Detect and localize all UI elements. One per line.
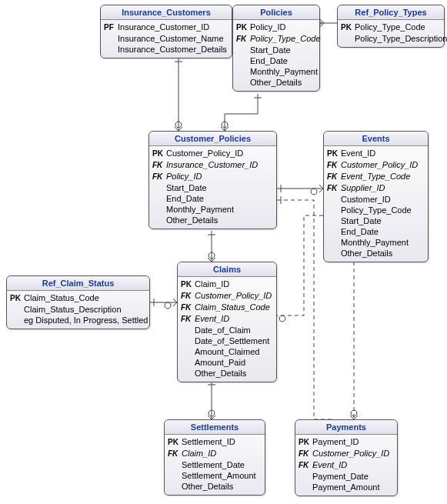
- entity-ref-policy-types: Ref_Policy_Types PKPolicy_Type_Code Poli…: [337, 5, 445, 48]
- table-row: Start_Date: [236, 45, 316, 55]
- table-row: FKCustomer_Policy_ID: [327, 159, 425, 171]
- table-row: FKCustomer_Policy_ID: [181, 290, 273, 302]
- entity-body: PKEvent_ID FKCustomer_Policy_ID FKEvent_…: [324, 146, 428, 262]
- entity-body: PKSettlement_ID FKClaim_ID Settlement_Da…: [165, 435, 265, 495]
- entity-body: PKPolicy_Type_Code Policy_Type_Descripti…: [338, 20, 444, 47]
- table-row: Other_Details: [181, 368, 273, 379]
- table-row: FKEvent_ID: [181, 313, 273, 325]
- entity-insurance-customers: Insurance_Customers PFInsurance_Customer…: [100, 5, 232, 58]
- table-row: Settlement_Amount: [168, 470, 262, 481]
- table-row: End_Date: [236, 55, 316, 66]
- table-row: FKCustomer_Policy_ID: [299, 448, 394, 459]
- table-row: Other_Details: [152, 215, 273, 225]
- table-row: Other_Details: [236, 77, 316, 88]
- entity-body: PKCustomer_Policy_ID FKInsurance_Custome…: [149, 146, 276, 229]
- entity-title: Ref_Policy_Types: [338, 5, 444, 20]
- table-row: End_Date: [327, 226, 425, 237]
- entity-payments: Payments PKPayment_ID FKCustomer_Policy_…: [295, 419, 398, 496]
- entity-settlements: Settlements PKSettlement_ID FKClaim_ID S…: [164, 419, 265, 496]
- table-row: FKPolicy_ID: [152, 171, 273, 182]
- table-row: Date_of_Claim: [181, 325, 273, 335]
- table-row: Amount_Claimed: [181, 346, 273, 357]
- table-row: Payment_Date: [299, 471, 394, 482]
- table-row: PKClaim_Status_Code: [10, 292, 146, 304]
- entity-title: Events: [324, 132, 428, 146]
- entity-body: PKPolicy_ID FKPolicy_Type_Code Start_Dat…: [233, 20, 319, 91]
- entity-title: Policies: [233, 5, 319, 20]
- table-row: PKPolicy_ID: [236, 22, 316, 33]
- table-row: FKEvent_Type_Code: [327, 171, 425, 182]
- table-row: PKClaim_ID: [181, 279, 273, 290]
- table-row: FKPolicy_Type_Code: [236, 33, 316, 45]
- table-row: Other_Details: [327, 248, 425, 259]
- entity-body: PKPayment_ID FKCustomer_Policy_ID FKEven…: [295, 435, 397, 496]
- table-row: PKPolicy_Type_Code: [341, 22, 441, 33]
- table-row: Start_Date: [152, 182, 273, 193]
- entity-title: Claims: [178, 262, 276, 277]
- entity-title: Insurance_Customers: [101, 5, 232, 20]
- entity-policies: Policies PKPolicy_ID FKPolicy_Type_Code …: [232, 5, 320, 92]
- table-row: Policy_Type_Code: [327, 205, 425, 215]
- table-row: Claim_Status_Description: [10, 304, 146, 315]
- table-row: Insurance_Customer_Name: [104, 33, 229, 44]
- table-row: FKSupplier_ID: [327, 182, 425, 194]
- table-row: Monthly_Payment: [152, 204, 273, 215]
- table-row: Settlement_Date: [168, 459, 262, 470]
- table-row: Date_of_Settlement: [181, 335, 273, 346]
- entity-title: Ref_Claim_Status: [7, 276, 149, 291]
- entity-title: Payments: [295, 420, 397, 435]
- table-row: Policy_Type_Description: [341, 33, 441, 44]
- table-row: Start_Date: [327, 215, 425, 226]
- entity-title: Settlements: [165, 420, 265, 435]
- entity-claims: Claims PKClaim_ID FKCustomer_Policy_ID F…: [177, 262, 277, 382]
- table-row: FKClaim_ID: [168, 448, 262, 459]
- entity-ref-claim-status: Ref_Claim_Status PKClaim_Status_Code Cla…: [6, 275, 150, 329]
- entity-body: PFInsurance_Customer_ID Insurance_Custom…: [101, 20, 232, 58]
- table-row: PKPayment_ID: [299, 436, 394, 448]
- table-row: End_Date: [152, 193, 273, 204]
- table-row: Other_Details: [168, 481, 262, 492]
- table-row: eg Disputed, In Progress, Settled: [10, 315, 146, 325]
- table-row: PFInsurance_Customer_ID: [104, 22, 229, 33]
- table-row: Payment_Amount: [299, 482, 394, 492]
- entity-title: Customer_Policies: [149, 132, 276, 146]
- table-row: PKCustomer_Policy_ID: [152, 148, 273, 159]
- table-row: PKSettlement_ID: [168, 436, 262, 448]
- table-row: Customer_ID: [327, 194, 425, 205]
- table-row: Amount_Paid: [181, 357, 273, 368]
- table-row: FKClaim_Status_Code: [181, 302, 273, 313]
- table-row: FKEvent_ID: [299, 459, 394, 471]
- table-row: Monthly_Payment: [327, 237, 425, 248]
- table-row: Insurance_Customer_Details: [104, 44, 229, 55]
- table-row: PKEvent_ID: [327, 148, 425, 159]
- entity-body: PKClaim_ID FKCustomer_Policy_ID FKClaim_…: [178, 277, 276, 382]
- entity-events: Events PKEvent_ID FKCustomer_Policy_ID F…: [323, 131, 429, 262]
- entity-body: PKClaim_Status_Code Claim_Status_Descrip…: [7, 291, 149, 329]
- table-row: FKInsurance_Customer_ID: [152, 159, 273, 171]
- entity-customer-policies: Customer_Policies PKCustomer_Policy_ID F…: [148, 131, 277, 229]
- table-row: Monthly_Payment: [236, 66, 316, 77]
